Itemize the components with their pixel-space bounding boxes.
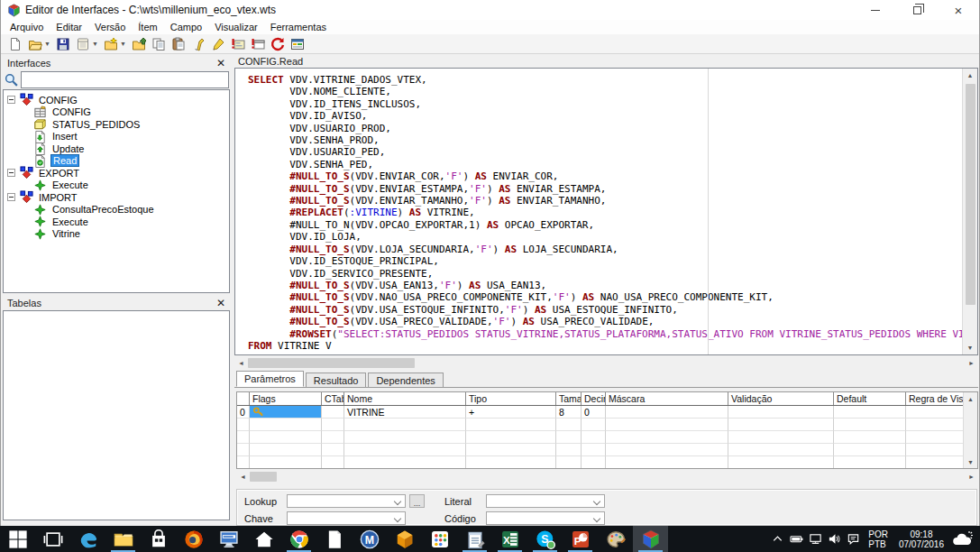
code-line[interactable]: #NULL_TO_N(VDV.OPCAO_EXPORTAR,1) AS OPCA… [248, 219, 962, 231]
grid-cell[interactable]: 8 [556, 406, 582, 419]
code-line[interactable]: #NULL_TO_S(VDV.USA_PRECO_VALIDADE,'F') A… [248, 316, 962, 327]
volume-icon[interactable] [825, 526, 844, 552]
menu-visualizar[interactable]: Visualizar [208, 22, 264, 32]
edit-pen-button[interactable] [208, 35, 228, 53]
dropdown-caret-icon[interactable]: ▼ [44, 41, 50, 47]
code-line[interactable]: VDV.SENHA_PROD, [248, 134, 962, 146]
grid-cell[interactable]: + [466, 406, 556, 419]
scroll-left-icon[interactable]: ◄ [234, 360, 248, 366]
menu-item[interactable]: Ítem [132, 22, 163, 32]
preview-window-button[interactable] [288, 35, 307, 53]
sql-code-editor[interactable]: SELECT VDV.VITRINE_DADOS_VTEX, VDV.NOME_… [235, 69, 962, 354]
minimize-button[interactable] [855, 0, 896, 20]
edge-button[interactable] [70, 526, 105, 552]
tree-item-consultaprecoestoque[interactable]: ConsultaPrecoEstoque [4, 204, 229, 216]
remote-desktop-button[interactable] [211, 526, 246, 552]
grid-cell[interactable] [582, 444, 606, 456]
grid-cell[interactable] [906, 431, 963, 444]
grid-vertical-scrollbar[interactable]: ▲ ▼ [963, 392, 977, 468]
collapse-expander-icon[interactable] [7, 193, 15, 201]
grid-cell[interactable] [556, 431, 582, 444]
skype-button[interactable]: S [527, 526, 563, 552]
store-button[interactable] [141, 526, 176, 552]
grid-cell[interactable] [728, 444, 834, 456]
grid-scroll-left-icon[interactable]: ◄ [236, 474, 250, 480]
grid-cell[interactable] [250, 419, 322, 431]
grid-cell[interactable] [606, 406, 728, 419]
grid-header-mascara[interactable]: Máscara [606, 392, 728, 405]
scroll-up-icon[interactable]: ▲ [963, 69, 977, 82]
grid-cell[interactable]: VITRINE [344, 406, 466, 419]
grid-cell[interactable] [834, 456, 906, 468]
code-vertical-scrollbar[interactable]: ▲ ▼ [962, 69, 977, 354]
home-app-button[interactable] [246, 526, 281, 552]
save-versions-button[interactable]: ▼ [73, 35, 101, 53]
grid-header-validacao[interactable]: Validação [728, 392, 834, 405]
code-line[interactable]: #NULL_TO_S(VDV.USA_ESTOQUE_INFINITO,'F')… [248, 304, 962, 316]
grid-cell[interactable] [466, 444, 556, 456]
grid-cell[interactable] [728, 419, 834, 431]
code-line[interactable]: VDV.ID_AVISO, [248, 110, 962, 122]
table-row[interactable]: 0VITRINE+80 [237, 406, 963, 419]
code-line[interactable]: #NULL_TO_S(VDV.ENVIAR_TAMANHO,'F') AS EN… [248, 195, 962, 207]
tree-item-config[interactable]: CONFIG [4, 106, 229, 119]
menu-arquivo[interactable]: Arquivo [4, 22, 50, 32]
grid-cell[interactable] [906, 419, 963, 431]
code-line[interactable]: SELECT VDV.VITRINE_DADOS_VTEX, [248, 74, 962, 86]
code-line[interactable]: VDV.SENHA_PED, [248, 159, 962, 170]
code-line[interactable]: VDV.USUARIO_PROD, [248, 123, 962, 134]
grid-cell[interactable] [466, 431, 556, 444]
grid-cell[interactable] [466, 419, 556, 431]
lookup-browse-button[interactable]: ... [409, 494, 425, 508]
grid-cell[interactable] [466, 456, 556, 468]
grid-cell[interactable] [582, 419, 606, 431]
grid-header-nome[interactable]: Nome [344, 392, 466, 405]
tab-parametros[interactable]: Parâmetros [236, 371, 304, 387]
grid-cell[interactable] [322, 444, 344, 456]
grid-cell[interactable] [250, 444, 322, 456]
table-row-empty[interactable] [237, 419, 963, 431]
code-line[interactable]: #NULL_TO_S(VDV.LOJA_SECUNDARIA,'F') AS L… [248, 244, 962, 255]
code-hscroll-thumb[interactable] [248, 358, 415, 368]
grid-cell[interactable] [556, 456, 582, 468]
grid-cell[interactable] [606, 431, 728, 444]
firefox-button[interactable] [176, 526, 211, 552]
validate-button[interactable] [188, 35, 208, 53]
collapse-expander-icon[interactable] [7, 96, 15, 104]
chave-combobox[interactable] [287, 511, 406, 525]
document-app-button[interactable] [316, 526, 352, 552]
grid-cell[interactable] [606, 419, 728, 431]
tabelas-close-icon[interactable]: ✕ [216, 298, 225, 308]
code-vscroll-thumb[interactable] [966, 84, 975, 305]
grid-cell[interactable] [834, 419, 906, 431]
grid-cell[interactable] [237, 444, 250, 456]
grid-cell[interactable] [834, 406, 906, 419]
grid-scroll-up-icon[interactable]: ▲ [967, 392, 974, 405]
refresh-button[interactable] [268, 35, 288, 53]
grid-cell[interactable] [906, 406, 963, 419]
grid-cell[interactable] [834, 444, 906, 456]
tree-item-vitrine[interactable]: Vitrine [4, 228, 229, 241]
millennium-button[interactable]: M [352, 526, 387, 552]
search-input[interactable] [21, 71, 229, 88]
grid-header-flags[interactable]: Flags [250, 392, 322, 405]
interface-editor-button[interactable] [633, 526, 668, 552]
menu-editar[interactable]: Editar [50, 22, 88, 32]
tree-item-config[interactable]: CONFIG [4, 94, 229, 106]
dropdown-caret-icon[interactable]: ▼ [120, 41, 126, 47]
grid-hscroll-thumb[interactable] [250, 472, 277, 482]
close-button[interactable]: × [938, 0, 979, 20]
code-line[interactable]: #REPLACET(:VITRINE) AS VITRINE, [248, 207, 962, 218]
grid-cell[interactable] [344, 444, 466, 456]
paint-button[interactable] [598, 526, 633, 552]
grid-cell[interactable] [906, 456, 963, 468]
collapse-expander-icon[interactable] [7, 169, 15, 177]
table-row-empty[interactable] [237, 444, 963, 456]
grid-cell[interactable] [250, 431, 322, 444]
grid-scroll-down-icon[interactable]: ▼ [967, 455, 974, 468]
grid-cell[interactable] [728, 431, 834, 444]
grid-cell[interactable] [322, 419, 344, 431]
code-line[interactable]: #NULL_TO_S(VDV.ENVIAR_COR,'F') AS ENVIAR… [248, 170, 962, 182]
grid-cell[interactable] [728, 406, 834, 419]
code-line[interactable]: VDV.USUARIO_PED, [248, 146, 962, 158]
